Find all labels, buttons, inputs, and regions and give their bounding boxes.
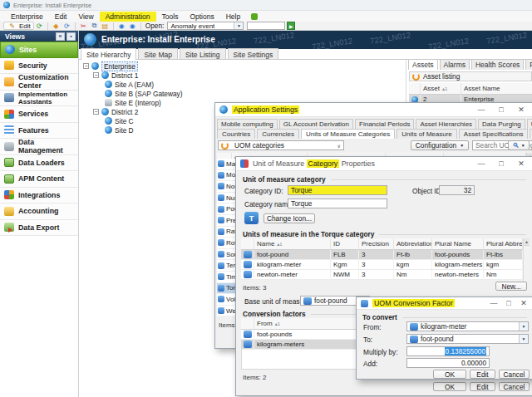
maximize-icon[interactable]: □ bbox=[491, 158, 511, 170]
multiply-by-field[interactable]: 0.138255000 bbox=[406, 346, 490, 356]
tab-countries[interactable]: Countries bbox=[217, 129, 255, 139]
collapse-icon[interactable]: − bbox=[83, 63, 89, 69]
info-icon[interactable]: ◉ bbox=[128, 22, 137, 30]
tab-assets[interactable]: Assets bbox=[408, 59, 438, 70]
category-row[interactable]: Soun bbox=[217, 249, 237, 261]
uom-row-name[interactable]: foot-pound bbox=[254, 250, 331, 260]
menu-enterprise[interactable]: Enterprise bbox=[5, 12, 49, 22]
chevron-down-icon[interactable]: ▼ bbox=[519, 322, 528, 331]
ok-button[interactable]: OK bbox=[433, 382, 466, 391]
tab-site-listing[interactable]: Site Listing bbox=[180, 48, 226, 60]
minimize-icon[interactable]: — bbox=[471, 104, 491, 116]
tab-units-of-measure[interactable]: Units of Measure bbox=[397, 129, 456, 139]
tab-mobile-computing[interactable]: Mobile computing bbox=[217, 119, 278, 129]
tab-data-purging[interactable]: Data Purging bbox=[478, 119, 525, 129]
category-row-selected[interactable]: Torq bbox=[217, 283, 237, 295]
sidebar-item-services[interactable]: Services bbox=[0, 106, 78, 123]
menu-view[interactable]: View bbox=[72, 12, 99, 22]
change-icon-button[interactable]: Change Icon... bbox=[264, 213, 315, 223]
chevron-down-icon[interactable]: ▼ bbox=[234, 22, 243, 29]
category-id-field[interactable]: Torque bbox=[288, 185, 387, 195]
menu-tools[interactable]: Tools bbox=[156, 12, 185, 22]
tree-node-site-b[interactable]: Site B (SAP Gateway) bbox=[105, 89, 182, 98]
maximize-icon[interactable]: □ bbox=[501, 297, 516, 310]
category-row[interactable]: Time bbox=[217, 272, 237, 283]
chevron-down-icon[interactable]: ▼ bbox=[519, 335, 528, 343]
edit-button[interactable]: ✎Edit bbox=[3, 22, 34, 30]
tab-financial-periods[interactable]: Financial Periods bbox=[355, 119, 414, 129]
category-row[interactable]: Mone bbox=[217, 170, 237, 182]
menu-edit[interactable]: Edit bbox=[49, 12, 73, 22]
category-row[interactable]: Rota bbox=[217, 238, 237, 249]
close-icon[interactable]: ✕ bbox=[511, 158, 531, 170]
sidebar-item-data-export[interactable]: Data Export bbox=[0, 220, 78, 237]
category-row[interactable]: Magn bbox=[217, 159, 237, 170]
tree-node-enterprise[interactable]: −Enterprise bbox=[83, 61, 138, 71]
sidebar-item-implementation-assistants[interactable]: Implementation Assistants bbox=[0, 91, 78, 107]
sidebar-item-apm-content[interactable]: APM Content bbox=[0, 171, 78, 188]
tree-node-site-e[interactable]: Site E (Interop) bbox=[105, 98, 161, 107]
tree-node-site-a[interactable]: Site A (EAM) bbox=[105, 80, 154, 89]
cancel-button[interactable]: Cancel bbox=[499, 382, 530, 391]
new-button[interactable]: New... bbox=[495, 282, 527, 291]
maximize-icon[interactable]: □ bbox=[491, 104, 511, 116]
sidebar-item-customization-center[interactable]: Customization Center bbox=[0, 74, 78, 91]
category-row[interactable]: Press bbox=[217, 215, 237, 227]
search-button[interactable]: 🔍︎▼ bbox=[508, 140, 530, 150]
sidebar-item-sites[interactable]: Sites bbox=[0, 42, 78, 58]
menu-administration[interactable]: Administration bbox=[100, 12, 156, 22]
go-button[interactable]: ▶ bbox=[287, 22, 295, 30]
cut-icon[interactable]: ✂ bbox=[79, 22, 88, 30]
menu-options[interactable]: Options bbox=[184, 12, 219, 22]
sidebar-item-integrations[interactable]: Integrations bbox=[0, 188, 78, 204]
category-row[interactable]: Powe bbox=[217, 203, 237, 215]
category-row[interactable]: Numb bbox=[217, 193, 237, 204]
category-row[interactable]: Ratio bbox=[217, 227, 237, 238]
asset-name-column-header[interactable]: Asset Name bbox=[461, 83, 532, 95]
asset-column-header[interactable]: Asset▴1 bbox=[421, 83, 461, 95]
tab-asset-specifications[interactable]: Asset Specifications bbox=[459, 129, 529, 139]
category-row[interactable]: Volum bbox=[217, 294, 237, 306]
menu-help[interactable]: Help bbox=[220, 12, 246, 22]
edit-button[interactable]: Edit bbox=[470, 370, 495, 379]
category-row[interactable]: Weig bbox=[217, 306, 237, 317]
tab-alarms[interactable]: Alarms bbox=[440, 59, 470, 70]
tab-uom-categories[interactable]: Units of Measure Categories bbox=[301, 129, 395, 139]
tree-node-site-d[interactable]: Site D bbox=[105, 125, 134, 135]
category-row[interactable]: Temp bbox=[217, 260, 237, 272]
paste-icon[interactable]: ▤ bbox=[101, 22, 110, 30]
sidebar-item-security[interactable]: Security bbox=[0, 58, 78, 75]
close-icon[interactable]: ✕ bbox=[516, 297, 531, 310]
category-name-field[interactable]: Torque bbox=[288, 198, 387, 208]
uom-table-scrollbar[interactable]: ▲ bbox=[523, 238, 530, 282]
tab-currencies[interactable]: Currencies bbox=[257, 129, 299, 139]
scroll-up-icon[interactable]: ▲ bbox=[524, 238, 530, 246]
tab-site-hierarchy[interactable]: Site Hierarchy bbox=[81, 48, 136, 60]
add-field[interactable]: 0.00000 bbox=[406, 358, 490, 368]
plural-abbreviation-column[interactable]: Plural Abbreviation bbox=[484, 238, 523, 250]
precision-column[interactable]: Precision bbox=[359, 238, 394, 250]
tree-node-district-1[interactable]: −District 1 bbox=[93, 71, 138, 80]
sidebar-item-features[interactable]: Features bbox=[0, 123, 78, 140]
close-icon[interactable]: ✕ bbox=[511, 104, 531, 116]
copy-icon[interactable]: ⧉ bbox=[90, 22, 99, 30]
tree-node-district-2[interactable]: −District 2 bbox=[93, 107, 138, 116]
sync-icon[interactable]: ⟳ bbox=[62, 22, 71, 30]
collapse-panel-icon[interactable]: « bbox=[56, 32, 65, 41]
user-icon[interactable]: ◆ bbox=[52, 22, 61, 30]
tab-health-scores[interactable]: Health Scores bbox=[471, 59, 524, 70]
uom-categories-combobox[interactable]: UOM categories ∨ bbox=[218, 140, 344, 150]
tree-node-site-c[interactable]: Site C bbox=[105, 116, 134, 125]
tab-user-defined-fields[interactable]: User Defined Fields bbox=[527, 119, 532, 129]
tab-asset-hierarchies[interactable]: Asset Hierarchies bbox=[416, 119, 476, 129]
to-combobox[interactable]: foot-pound ▼ bbox=[406, 334, 529, 344]
pin-panel-icon[interactable]: ▪ bbox=[66, 32, 76, 41]
configuration-button[interactable]: Configuration▼ bbox=[411, 140, 469, 150]
uom-row-name[interactable]: kilogram-meter bbox=[254, 260, 331, 270]
refresh-icon[interactable] bbox=[412, 73, 420, 81]
collapse-icon[interactable]: − bbox=[93, 109, 99, 115]
minimize-icon[interactable]: — bbox=[486, 297, 501, 310]
ok-button[interactable]: OK bbox=[433, 370, 466, 379]
minimize-icon[interactable]: — bbox=[471, 158, 491, 170]
tab-site-settings[interactable]: Site Settings bbox=[228, 48, 279, 60]
